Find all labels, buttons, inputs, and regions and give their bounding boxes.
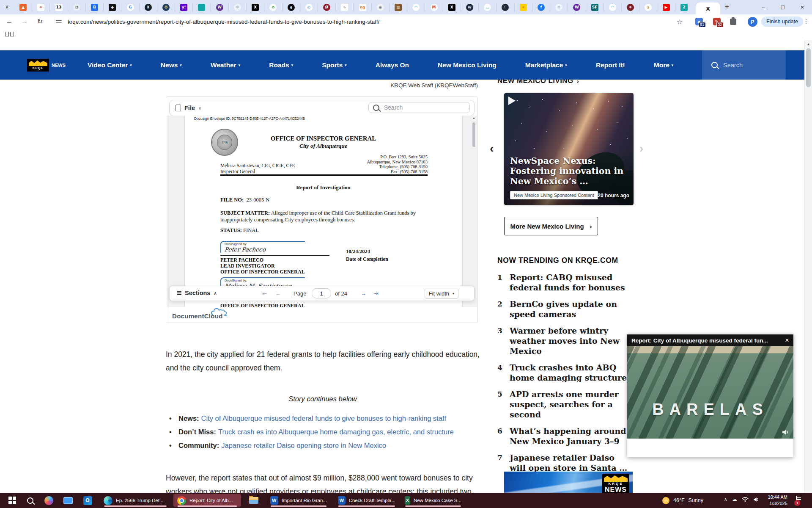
pinned-tab[interactable]: ◠ — [407, 3, 425, 11]
documentcloud-logo[interactable]: DocumentCloud — [172, 307, 230, 320]
apps-grid-icon[interactable] — [5, 32, 14, 36]
pinned-tab[interactable]: ❖ — [621, 3, 639, 11]
related-link[interactable]: City of Albuquerque misused federal fund… — [201, 414, 446, 423]
trending-title[interactable]: Warmer before wintry weather moves into … — [510, 326, 632, 356]
floating-video-player[interactable]: Report: City of Albuquerque misused fede… — [627, 334, 793, 457]
pinned-tab[interactable]: ✪ — [157, 3, 175, 11]
outlook-icon[interactable]: O — [82, 495, 93, 506]
project-display-icon[interactable] — [63, 495, 74, 506]
pinned-tab[interactable]: ✦ — [514, 3, 532, 11]
speaker-icon[interactable] — [753, 497, 759, 502]
trending-item[interactable]: 3Warmer before wintry weather moves into… — [497, 326, 632, 356]
docviewer-scrollbar[interactable]: ▲ — [472, 116, 476, 306]
pinned-tab[interactable]: W — [568, 3, 585, 11]
notification-center[interactable]: 1 — [796, 496, 797, 504]
ad-banner[interactable]: KRQE NEWS — [504, 472, 633, 493]
trending-title[interactable]: Report: CABQ misused federal funds for b… — [510, 272, 632, 293]
pinned-tab[interactable]: ✻ — [228, 3, 246, 11]
pinned-tab[interactable]: f — [532, 3, 550, 11]
trending-item[interactable]: 6What’s happening around New Mexico Janu… — [497, 426, 632, 446]
nav-item-news[interactable]: News▾ — [161, 61, 182, 69]
extension-icon-1[interactable]: ◆51 — [695, 18, 703, 25]
last-page-button[interactable]: ⇥ — [374, 286, 379, 301]
related-link[interactable]: Truck crash es into Albuquerque home dam… — [218, 428, 454, 436]
pinned-tab[interactable] — [192, 3, 210, 11]
nav-item-always-on[interactable]: Always On — [376, 61, 409, 69]
taskbar-task-chrome[interactable]: Report: City of Alb... — [173, 494, 241, 507]
browser-menu-kebab-icon[interactable]: ⋮ — [803, 18, 809, 25]
pinned-tab[interactable]: ▦ — [389, 3, 407, 11]
nav-item-new-mexico-living[interactable]: New Mexico Living — [438, 61, 497, 69]
trending-title[interactable]: BernCo gives update on speed cameras — [510, 299, 632, 319]
nav-item-sports[interactable]: Sports▾ — [322, 61, 347, 69]
minimize-button[interactable]: – — [754, 4, 773, 11]
nav-item-roads[interactable]: Roads▾ — [269, 61, 293, 69]
pinned-tab[interactable]: ≈ — [32, 3, 49, 11]
file-menu-button[interactable]: File ∨ — [170, 105, 201, 111]
scrollbar-thumb[interactable] — [806, 48, 811, 87]
pinned-tab[interactable]: ◖ — [282, 3, 300, 11]
system-tray[interactable]: ∧ ☁ — [724, 496, 759, 502]
sections-button[interactable]: Sections ∧ — [176, 290, 217, 296]
trending-item[interactable]: 4Truck crashes into ABQ home damaging st… — [497, 362, 632, 383]
profile-avatar[interactable]: P — [748, 17, 757, 27]
url-bar[interactable]: krqe.com/news/politics-government/report… — [68, 14, 379, 29]
pinned-tab[interactable]: ♜ — [139, 3, 157, 11]
pinned-tab[interactable]: ◔ — [68, 3, 85, 11]
finish-update-button[interactable]: Finish update — [761, 17, 803, 27]
docviewer-search-input[interactable] — [383, 104, 457, 111]
forward-button[interactable]: → — [21, 14, 28, 29]
nav-item-more[interactable]: More▾ — [654, 61, 674, 69]
copilot-icon[interactable] — [43, 495, 54, 506]
carousel-left-arrow[interactable]: ‹ — [490, 142, 494, 155]
carousel-right-arrow[interactable]: › — [639, 142, 643, 155]
pinned-tab[interactable]: W — [211, 3, 228, 11]
scrollbar-up-icon[interactable]: ▲ — [472, 116, 476, 119]
video-mute-icon[interactable] — [782, 429, 789, 435]
card-title[interactable]: NewSpace Nexus: Fostering innovation in … — [510, 156, 631, 186]
pinned-tab[interactable]: ▶ — [657, 3, 675, 11]
taskbar-weather[interactable]: 46°F Sunny — [662, 495, 703, 506]
maximize-button[interactable]: □ — [773, 4, 793, 11]
more-new-mexico-living-button[interactable]: More New Mexico Living › — [504, 217, 598, 235]
nav-item-weather[interactable]: Weather▾ — [211, 61, 240, 69]
bookmark-star-icon[interactable]: ☆ — [677, 14, 683, 29]
pinned-tab[interactable]: ▲ — [14, 3, 32, 11]
nav-search-input[interactable] — [722, 61, 779, 69]
taskbar-task-edge[interactable]: Ep. 2566 Trump Def... — [100, 494, 171, 507]
tray-expand-icon[interactable]: ∧ — [724, 497, 727, 502]
video-frame[interactable]: BARELAS — [627, 346, 793, 439]
wifi-icon[interactable] — [742, 497, 749, 502]
taskbar-search-icon[interactable] — [25, 495, 36, 506]
active-tab[interactable]: X — [696, 3, 720, 14]
pinned-tab[interactable]: ♻ — [264, 3, 282, 11]
back-button[interactable]: ← — [6, 14, 13, 29]
taskbar-task-word-2[interactable]: W Check Draft Templa... — [334, 494, 399, 507]
pinned-tab[interactable]: ☾ — [496, 3, 514, 11]
tab-search-chevron-icon[interactable]: ∨ — [5, 4, 9, 10]
pinned-tab[interactable]: ∿ — [335, 3, 353, 11]
docviewer-canvas[interactable]: Docusign Envelope ID: 9C7B1145-D40E-4127… — [167, 116, 477, 307]
pinned-tab[interactable]: 13 — [49, 3, 67, 11]
nml-video-card[interactable]: NewSpace Nexus: Fostering innovation in … — [504, 93, 634, 205]
pinned-tab[interactable]: 2 — [675, 3, 693, 11]
pinned-tab[interactable]: ◴ — [300, 3, 318, 11]
trending-title[interactable]: What’s happening around New Mexico Janua… — [510, 426, 632, 446]
page-scrollbar[interactable]: ▲ — [804, 40, 812, 493]
scrollbar-up-icon[interactable]: ▲ — [805, 40, 812, 46]
krqe-logo[interactable]: KRQE NEWS — [27, 59, 66, 72]
taskbar-task-word-1[interactable]: W Important Rio Gran... — [266, 494, 331, 507]
pinned-tab[interactable]: w — [461, 3, 478, 11]
trending-item[interactable]: 1Report: CABQ misused federal funds for … — [497, 272, 632, 293]
pinned-tab[interactable]: B — [85, 3, 103, 11]
taskbar-clock[interactable]: 10:44 AM 1/3/2025 — [760, 494, 787, 507]
nav-item-report-it[interactable]: Report It! — [596, 61, 625, 69]
taskbar-file-explorer[interactable] — [245, 494, 264, 507]
nav-item-video-center[interactable]: Video Center▾ — [88, 61, 132, 69]
nav-item-marketplace[interactable]: Marketplace▾ — [525, 61, 567, 69]
previous-page-button[interactable]: ← — [275, 286, 281, 301]
site-info-icon[interactable] — [56, 19, 62, 24]
trending-item[interactable]: 5APD arrests one murder suspect, searche… — [497, 389, 632, 420]
page-number-input[interactable] — [312, 288, 331, 298]
trending-title[interactable]: Japanese retailer Daiso will open store … — [510, 453, 632, 473]
